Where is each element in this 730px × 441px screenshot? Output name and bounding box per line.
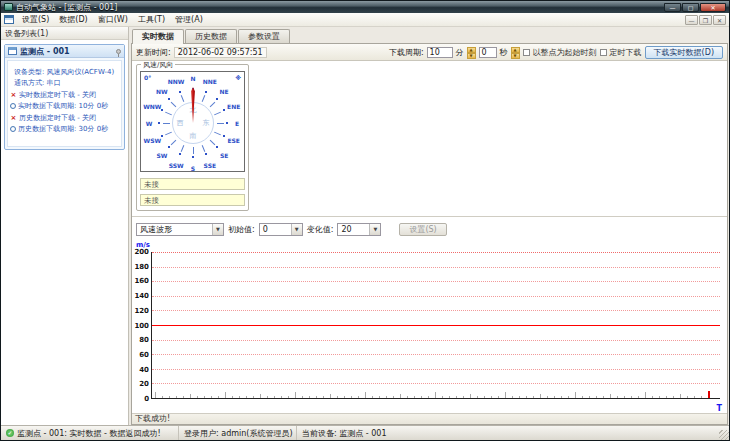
- download-controls: 下载周期: 10 分 ▲▼ 0 秒 ▲▼ 以整点为起始时刻 定时下载 下载实时数…: [389, 46, 723, 59]
- chart-gridline-40: [152, 369, 720, 370]
- minutes-stepper[interactable]: ▲▼: [467, 47, 476, 58]
- tab-0[interactable]: 实时数据: [132, 29, 184, 44]
- error-x-icon: ×: [10, 114, 17, 122]
- minutes-input[interactable]: 10: [427, 47, 453, 58]
- chart-xtick: [295, 392, 296, 398]
- wind-groupbox-title: 风速/风向: [141, 61, 175, 70]
- chart-ytick-0: 0: [134, 395, 149, 403]
- device-card[interactable]: 监测点 - 001 设备类型: 风速风向仪(ACFW-4)通讯方式: 串口×实时…: [4, 44, 125, 150]
- wind-speed-chart: m/s T 020406080100120140160180200: [134, 241, 724, 413]
- chevron-down-icon: ▼: [291, 224, 302, 235]
- compass-tick-dot: [216, 146, 218, 148]
- wind-direction-field: 未接: [140, 194, 245, 206]
- chart-gridline-80: [152, 340, 720, 341]
- compass-dir-S: S: [191, 165, 195, 172]
- chart-plot-area: [151, 252, 720, 399]
- menu-item-4[interactable]: 管理(A): [170, 13, 208, 26]
- tab-2[interactable]: 参数设置: [238, 29, 290, 43]
- chart-xtick: [673, 396, 674, 398]
- main-area: 实时数据历史数据参数设置 更新时间: 2012-06-02 09:57:51 下…: [129, 27, 729, 425]
- chart-xtick: [197, 396, 198, 398]
- start-on-hour-checkbox[interactable]: [523, 49, 530, 56]
- chart-xtick: [687, 396, 688, 398]
- device-info-text: 实时数据定时下载 - 关闭: [19, 90, 96, 100]
- compass-tick-dash: [181, 95, 185, 102]
- error-x-icon: ×: [10, 91, 17, 99]
- tabstrip: 实时数据历史数据参数设置: [131, 29, 728, 43]
- device-icon: [8, 47, 17, 55]
- chart-xtick: [400, 394, 401, 398]
- seconds-input[interactable]: 0: [479, 47, 497, 58]
- chart-xtick: [526, 396, 527, 398]
- chart-xtick: [512, 396, 513, 398]
- waveform-select[interactable]: 风速波形 ▼: [136, 223, 224, 236]
- chart-xtick: [519, 396, 520, 398]
- chart-xtick: [288, 396, 289, 398]
- start-on-hour-label: 以整点为起始时刻: [533, 47, 597, 58]
- resize-grip-icon[interactable]: [719, 430, 729, 440]
- settings-button[interactable]: 设置(S): [399, 223, 446, 236]
- menu-item-0[interactable]: 设置(S): [17, 13, 54, 26]
- device-info-line: 历史数据下载周期: 30分 0秒: [10, 124, 119, 134]
- compass-dir-ENE: ENE: [227, 102, 240, 109]
- compass-dir-WNW: WNW: [143, 102, 161, 109]
- chart-xtick: [239, 396, 240, 398]
- seconds-stepper[interactable]: ▲▼: [511, 47, 520, 58]
- chart-xtick: [358, 396, 359, 398]
- download-realtime-button[interactable]: 下载实时数据(D): [645, 46, 723, 59]
- compass-dir-WSW: WSW: [144, 137, 162, 144]
- tab-1[interactable]: 历史数据: [185, 29, 237, 43]
- chart-xtick: [155, 392, 156, 398]
- compass-tick-dash: [215, 111, 222, 115]
- chart-xtick: [617, 396, 618, 398]
- compass-dir-NW: NW: [156, 88, 168, 95]
- app-window: 自动气象站 - [监测点 - 001] — ▢ ✕ 设置(S)数据(D)窗口(W…: [0, 0, 730, 441]
- device-info-line: 设备类型: 风速风向仪(ACFW-4): [10, 67, 119, 77]
- menu-item-1[interactable]: 数据(D): [54, 13, 92, 26]
- compass-tick-dot: [205, 91, 207, 93]
- app-icon: [4, 3, 13, 11]
- titlebar: 自动气象站 - [监测点 - 001] — ▢ ✕: [1, 1, 729, 13]
- device-card-header[interactable]: 监测点 - 001: [5, 45, 124, 58]
- update-time-value: 2012-06-02 09:57:51: [174, 47, 267, 58]
- mdi-restore-icon[interactable]: ❐: [699, 15, 712, 25]
- close-icon[interactable]: ✕: [700, 3, 726, 12]
- minimize-icon[interactable]: —: [664, 3, 681, 12]
- chart-xtick: [372, 396, 373, 398]
- mdi-child-icon[interactable]: [4, 15, 14, 24]
- mdi-close-icon[interactable]: ✕: [713, 15, 726, 25]
- chart-xtick: [379, 396, 380, 398]
- toolbar: 更新时间: 2012-06-02 09:57:51 下载周期: 10 分 ▲▼ …: [132, 44, 727, 61]
- chart-xtick: [491, 396, 492, 398]
- compass-dir-SSW: SSW: [169, 161, 184, 168]
- chart-xtick: [274, 396, 275, 398]
- change-value-label: 变化值:: [307, 224, 334, 235]
- tab-content: 风速/风向 0°※NNNENEENEEESESESSESSSWSWWSWWWNW…: [132, 61, 727, 413]
- mdi-minimize-icon[interactable]: —: [685, 15, 698, 25]
- compass-tick-dot: [161, 135, 163, 137]
- pin-icon[interactable]: [116, 49, 121, 54]
- chart-xtick: [477, 396, 478, 398]
- chart-xtick: [631, 396, 632, 398]
- menu-item-2[interactable]: 窗口(W): [93, 13, 133, 26]
- compass-dir-SW: SW: [156, 151, 167, 158]
- chart-xtick: [337, 396, 338, 398]
- app-body: 设备列表(1) 监测点 - 001 设备类型: 风速风向仪(ACFW-4)通讯方…: [1, 27, 729, 425]
- initial-value-select[interactable]: 0 ▼: [259, 223, 303, 236]
- chart-xtick: [589, 396, 590, 398]
- scheduled-download-checkbox[interactable]: [600, 49, 607, 56]
- maximize-icon[interactable]: ▢: [682, 3, 699, 12]
- logged-in-user: 登录用户: admin(系统管理员): [184, 428, 293, 439]
- compass-dir-W: W: [146, 120, 153, 127]
- compass-dir-SE: SE: [220, 151, 228, 158]
- chart-xtick: [183, 396, 184, 398]
- compass-tick-dot: [226, 122, 228, 124]
- chart-gridline-60: [152, 354, 720, 355]
- compass-tick-dot: [168, 146, 170, 148]
- change-value-select[interactable]: 20 ▼: [337, 223, 381, 236]
- chart-xtick: [498, 396, 499, 398]
- compass-tick-dash: [202, 145, 206, 152]
- menu-item-3[interactable]: 工具(T): [133, 13, 170, 26]
- status-message-section: ✓ 监测点 - 001: 实时数据 - 数据返回成功!: [1, 426, 179, 440]
- chart-xtick: [575, 392, 576, 398]
